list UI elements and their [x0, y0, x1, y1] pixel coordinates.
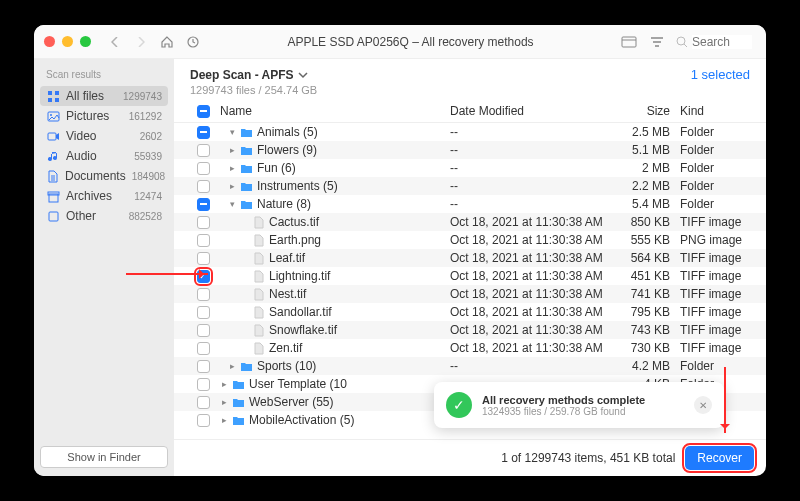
- svg-line-4: [684, 44, 687, 47]
- minimize-window-button[interactable]: [62, 36, 73, 47]
- row-checkbox[interactable]: [197, 198, 210, 211]
- file-row[interactable]: ▸Flowers (9)--5.1 MBFolder: [174, 141, 766, 159]
- file-name: Fun (6): [257, 161, 296, 175]
- search-field[interactable]: [676, 35, 756, 49]
- toast-close-button[interactable]: ✕: [694, 396, 712, 414]
- file-name: Cactus.tif: [269, 215, 319, 229]
- file-size: 743 KB: [610, 323, 670, 337]
- column-name[interactable]: Name: [216, 104, 450, 118]
- file-icon: [252, 234, 265, 247]
- sidebar-item-video[interactable]: Video2602: [40, 126, 168, 146]
- file-row[interactable]: ▸Instruments (5)--2.2 MBFolder: [174, 177, 766, 195]
- sidebar-item-documents[interactable]: Documents184908: [40, 166, 168, 186]
- back-button[interactable]: [107, 37, 123, 47]
- file-name: Lightning.tif: [269, 269, 330, 283]
- disclosure-triangle[interactable]: ▸: [228, 361, 236, 371]
- file-kind: TIFF image: [670, 269, 750, 283]
- completion-toast: ✓ All recovery methods complete 1324935 …: [434, 382, 724, 428]
- file-row[interactable]: ▾Nature (8)--5.4 MBFolder: [174, 195, 766, 213]
- folder-icon: [240, 144, 253, 157]
- file-name: MobileActivation (5): [249, 413, 354, 427]
- svg-rect-14: [49, 212, 58, 221]
- select-all-checkbox[interactable]: [197, 105, 210, 118]
- file-size: 451 KB: [610, 269, 670, 283]
- file-row[interactable]: ▸Sports (10)--4.2 MBFolder: [174, 357, 766, 375]
- file-row[interactable]: Earth.pngOct 18, 2021 at 11:30:38 AM555 …: [174, 231, 766, 249]
- titlebar: APPLE SSD AP0256Q – All recovery methods: [34, 25, 766, 59]
- file-date: Oct 18, 2021 at 11:30:38 AM: [450, 269, 610, 283]
- row-checkbox[interactable]: [197, 252, 210, 265]
- file-row[interactable]: Leaf.tifOct 18, 2021 at 11:30:38 AM564 K…: [174, 249, 766, 267]
- row-checkbox[interactable]: [197, 216, 210, 229]
- svg-rect-6: [55, 91, 59, 95]
- doc-icon: [46, 169, 59, 183]
- column-date[interactable]: Date Modified: [450, 104, 610, 118]
- file-name: Sandollar.tif: [269, 305, 332, 319]
- row-checkbox[interactable]: [197, 288, 210, 301]
- column-kind[interactable]: Kind: [670, 104, 750, 118]
- row-checkbox[interactable]: [197, 324, 210, 337]
- sidebar-item-count: 2602: [140, 131, 162, 142]
- disclosure-triangle[interactable]: ▸: [228, 181, 236, 191]
- sidebar-item-count: 1299743: [123, 91, 162, 102]
- history-button[interactable]: [185, 35, 201, 49]
- sidebar-item-audio[interactable]: Audio55939: [40, 146, 168, 166]
- filter-button[interactable]: [648, 36, 666, 48]
- search-input[interactable]: [692, 35, 752, 49]
- file-kind: TIFF image: [670, 323, 750, 337]
- file-row[interactable]: ✓Lightning.tifOct 18, 2021 at 11:30:38 A…: [174, 267, 766, 285]
- column-headers: Name Date Modified Size Kind: [174, 100, 766, 123]
- disclosure-triangle[interactable]: ▾: [228, 127, 236, 137]
- file-date: --: [450, 143, 610, 157]
- file-row[interactable]: ▸Fun (6)--2 MBFolder: [174, 159, 766, 177]
- other-icon: [46, 209, 60, 223]
- check-icon: ✓: [446, 392, 472, 418]
- row-checkbox[interactable]: [197, 234, 210, 247]
- home-button[interactable]: [159, 35, 175, 49]
- search-icon: [676, 36, 688, 48]
- disclosure-triangle[interactable]: ▸: [220, 397, 228, 407]
- image-icon: [46, 109, 60, 123]
- disclosure-triangle[interactable]: ▸: [228, 163, 236, 173]
- row-checkbox[interactable]: [197, 342, 210, 355]
- row-checkbox[interactable]: [197, 414, 210, 427]
- sidebar-item-count: 12474: [134, 191, 162, 202]
- file-row[interactable]: Sandollar.tifOct 18, 2021 at 11:30:38 AM…: [174, 303, 766, 321]
- row-checkbox[interactable]: [197, 378, 210, 391]
- row-checkbox[interactable]: [197, 396, 210, 409]
- forward-button[interactable]: [133, 37, 149, 47]
- maximize-window-button[interactable]: [80, 36, 91, 47]
- sidebar-item-pictures[interactable]: Pictures161292: [40, 106, 168, 126]
- row-checkbox[interactable]: [197, 360, 210, 373]
- file-row[interactable]: Zen.tifOct 18, 2021 at 11:30:38 AM730 KB…: [174, 339, 766, 357]
- row-checkbox[interactable]: [197, 162, 210, 175]
- view-mode-button[interactable]: [620, 36, 638, 48]
- file-icon: [252, 270, 265, 283]
- file-name: Zen.tif: [269, 341, 302, 355]
- close-window-button[interactable]: [44, 36, 55, 47]
- file-row[interactable]: Snowflake.tifOct 18, 2021 at 11:30:38 AM…: [174, 321, 766, 339]
- row-checkbox[interactable]: [197, 126, 210, 139]
- sidebar-item-other[interactable]: Other882528: [40, 206, 168, 226]
- sidebar-item-all-files[interactable]: All files1299743: [40, 86, 168, 106]
- sidebar-item-label: Pictures: [66, 109, 123, 123]
- annotation-arrow: [126, 273, 208, 275]
- recover-button[interactable]: Recover: [685, 446, 754, 470]
- disclosure-triangle[interactable]: ▸: [220, 379, 228, 389]
- file-row[interactable]: ▾Animals (5)--2.5 MBFolder: [174, 123, 766, 141]
- row-checkbox[interactable]: [197, 144, 210, 157]
- show-in-finder-button[interactable]: Show in Finder: [40, 446, 168, 468]
- sidebar-item-archives[interactable]: Archives12474: [40, 186, 168, 206]
- sidebar-item-count: 882528: [129, 211, 162, 222]
- disclosure-triangle[interactable]: ▸: [228, 145, 236, 155]
- file-row[interactable]: Nest.tifOct 18, 2021 at 11:30:38 AM741 K…: [174, 285, 766, 303]
- disclosure-triangle[interactable]: ▸: [220, 415, 228, 425]
- disclosure-triangle[interactable]: ▾: [228, 199, 236, 209]
- file-kind: TIFF image: [670, 341, 750, 355]
- page-title[interactable]: Deep Scan - APFS: [190, 68, 317, 82]
- file-name: Earth.png: [269, 233, 321, 247]
- column-size[interactable]: Size: [610, 104, 670, 118]
- file-row[interactable]: Cactus.tifOct 18, 2021 at 11:30:38 AM850…: [174, 213, 766, 231]
- row-checkbox[interactable]: [197, 306, 210, 319]
- row-checkbox[interactable]: [197, 180, 210, 193]
